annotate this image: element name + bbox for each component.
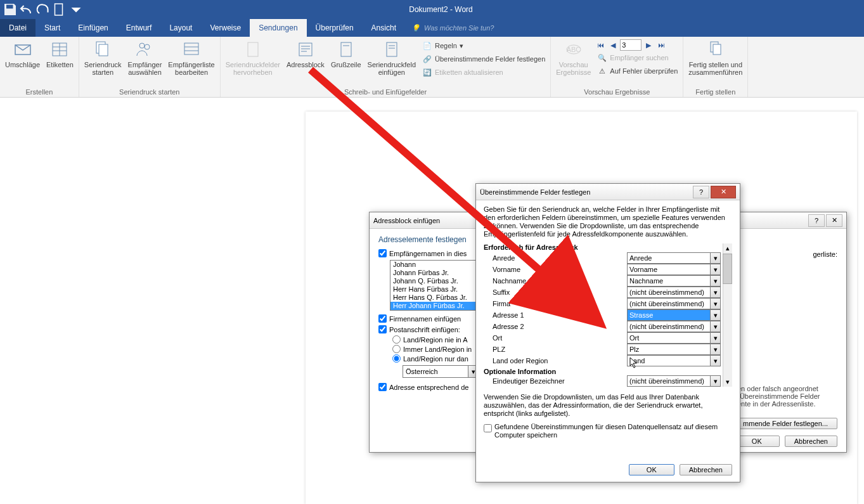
prev-record-button[interactable]: ◀ <box>607 39 619 51</box>
name-format-list[interactable]: Johann Johann Fürbas Jr. Johann Q. Fürba… <box>390 260 476 311</box>
empfaenger-auswaehlen-label: Empfänger auswählen <box>128 61 162 76</box>
field-select-value: (nicht übereinstimmend) <box>628 323 710 330</box>
field-select[interactable]: (nicht übereinstimmend)▾ <box>627 287 721 298</box>
field-select-value: (nicht übereinstimmend) <box>628 288 710 296</box>
field-select[interactable]: Land▾ <box>627 355 721 366</box>
finish-merge-icon <box>706 39 726 60</box>
next-record-button[interactable]: ▶ <box>643 39 654 51</box>
check-firmenname[interactable] <box>378 314 387 323</box>
window-title: Dokument2 - Word <box>84 5 798 14</box>
uebereinstimmende-button[interactable]: 🔗Übereinstimmende Felder festlegen <box>420 53 548 65</box>
greeting-line-icon <box>336 39 356 60</box>
tab-ueberpruefen[interactable]: Überprüfen <box>307 19 363 37</box>
adressblock-button[interactable]: Adressblock <box>284 38 327 70</box>
match-fields-icon: 🔗 <box>422 54 432 64</box>
check-save-matches-label: Gefundene Übereinstimmungen für diesen D… <box>494 423 732 439</box>
check-postanschrift[interactable] <box>378 325 387 333</box>
cancel-button[interactable]: Abbrechen <box>785 436 837 447</box>
umschlaege-button[interactable]: Umschläge <box>3 38 42 70</box>
seriendruck-starten-button[interactable]: Seriendruck starten <box>82 38 124 77</box>
tab-entwurf[interactable]: Entwurf <box>117 19 161 37</box>
match-fields-button[interactable]: mmende Felder festlegen... <box>733 418 837 429</box>
cancel-button[interactable]: Abbrechen <box>680 464 732 475</box>
right-header-fragment: gerliste: <box>813 250 837 258</box>
fehler-button[interactable]: ⚠Auf Fehler überprüfen <box>595 65 680 77</box>
mailmerge-start-icon <box>93 39 113 60</box>
field-select[interactable]: (nicht übereinstimmend) ▾ <box>627 375 721 387</box>
check-save-matches[interactable] <box>484 424 492 432</box>
address-block-icon <box>295 39 316 60</box>
list-item[interactable]: Herr Hans Q. Fürbas Jr. <box>390 294 475 302</box>
last-record-button[interactable]: ⏭ <box>655 39 667 51</box>
group-schreib-label: Schreib- und Einfügefelder <box>223 87 548 97</box>
check-adresse-format[interactable] <box>378 383 387 391</box>
field-label: Anrede <box>493 254 624 262</box>
field-select[interactable]: Anrede▾ <box>627 252 721 264</box>
chevron-down-icon: ▾ <box>460 42 463 50</box>
close-icon: ✕ <box>721 188 726 196</box>
update-labels-icon: 🔄 <box>422 67 432 77</box>
regeln-button[interactable]: 📄Regeln▾ <box>420 39 548 52</box>
radio-always[interactable] <box>392 345 401 353</box>
field-select[interactable]: Ort▾ <box>627 332 721 344</box>
country-combo[interactable]: Österreich ▾ <box>403 365 479 378</box>
list-item[interactable]: Herr Hans Fürbas Jr. <box>390 285 475 294</box>
field-select[interactable]: Nachname▾ <box>627 275 721 287</box>
ribbon: Umschläge Etiketten Erstellen Seriendruc… <box>0 37 864 98</box>
undo-icon[interactable] <box>19 2 34 17</box>
grusszeile-button[interactable]: Grußzeile <box>328 38 364 70</box>
chevron-down-icon: ▾ <box>710 356 720 366</box>
svg-rect-7 <box>99 44 108 56</box>
radio-only-label: Land/Region nur dan <box>403 355 468 363</box>
field-select[interactable]: Vorname▾ <box>627 264 721 275</box>
close-button[interactable]: ✕ <box>711 186 736 198</box>
tab-layout[interactable]: Layout <box>160 19 201 37</box>
chevron-down-icon: ▾ <box>710 299 720 309</box>
first-record-button[interactable]: ⏮ <box>595 39 606 51</box>
record-number-input[interactable] <box>620 39 642 51</box>
ok-button[interactable]: OK <box>629 464 674 475</box>
ok-button[interactable]: OK <box>734 436 780 447</box>
etiketten-button[interactable]: Etiketten <box>44 38 76 70</box>
tab-start[interactable]: Start <box>35 19 69 37</box>
field-select[interactable]: (nicht übereinstimmend)▾ <box>627 298 721 309</box>
list-item[interactable]: Johann Q. Fürbas Jr. <box>390 277 475 285</box>
close-button[interactable]: ✕ <box>826 214 842 227</box>
empfaengerliste-bearbeiten-button[interactable]: Empfängerliste bearbeiten <box>165 38 217 77</box>
field-select[interactable]: Plz▾ <box>627 344 721 355</box>
empfaenger-auswaehlen-button[interactable]: Empfänger auswählen <box>126 38 165 77</box>
tab-datei[interactable]: Datei <box>0 19 35 37</box>
tab-ansicht[interactable]: Ansicht <box>363 19 405 37</box>
seriendruckfeld-einfuegen-label: Seriendruckfeld einfügen <box>368 61 416 76</box>
check-empfaengername[interactable] <box>378 249 387 257</box>
tab-verweise[interactable]: Verweise <box>201 19 250 37</box>
seriendruckfeld-einfuegen-button[interactable]: Seriendruckfeld einfügen <box>365 38 418 77</box>
scroll-down-icon[interactable]: ▾ <box>723 377 732 387</box>
qat-customize-icon[interactable] <box>68 2 84 17</box>
svg-rect-0 <box>55 4 63 15</box>
redo-icon[interactable] <box>35 2 51 17</box>
tell-me[interactable]: 💡 Was möchten Sie tun? <box>405 19 500 37</box>
new-doc-icon[interactable] <box>52 2 67 17</box>
list-item-selected[interactable]: Herr Johann Fürbas Jr. <box>390 302 475 310</box>
check-empfaengername-label: Empfängernamen in dies <box>389 250 467 257</box>
radio-never[interactable] <box>392 335 401 344</box>
field-select[interactable]: Strasse▾ <box>627 309 721 321</box>
tab-sendungen[interactable]: Sendungen <box>250 19 306 37</box>
help-button[interactable]: ? <box>808 214 825 227</box>
check-postanschrift-label: Postanschrift einfügen: <box>389 326 460 333</box>
scroll-up-icon[interactable]: ▴ <box>723 243 732 253</box>
group-starten-label: Seriendruck starten <box>82 87 217 97</box>
scrollbar-track[interactable]: ▴ ▾ <box>723 243 732 387</box>
tab-einfuegen[interactable]: Einfügen <box>69 19 117 37</box>
help-button[interactable]: ? <box>693 186 709 198</box>
field-label: Firma <box>493 300 624 307</box>
radio-only[interactable] <box>392 354 401 363</box>
fertig-stellen-button[interactable]: Fertig stellen und zusammenführen <box>686 38 745 77</box>
field-select[interactable]: (nicht übereinstimmend)▾ <box>627 321 721 332</box>
fertig-stellen-label: Fertig stellen und zusammenführen <box>688 61 742 76</box>
list-item[interactable]: Johann <box>390 261 475 269</box>
scrollbar-thumb[interactable] <box>723 254 732 284</box>
save-icon[interactable] <box>3 2 18 17</box>
list-item[interactable]: Johann Fürbas Jr. <box>390 269 475 277</box>
